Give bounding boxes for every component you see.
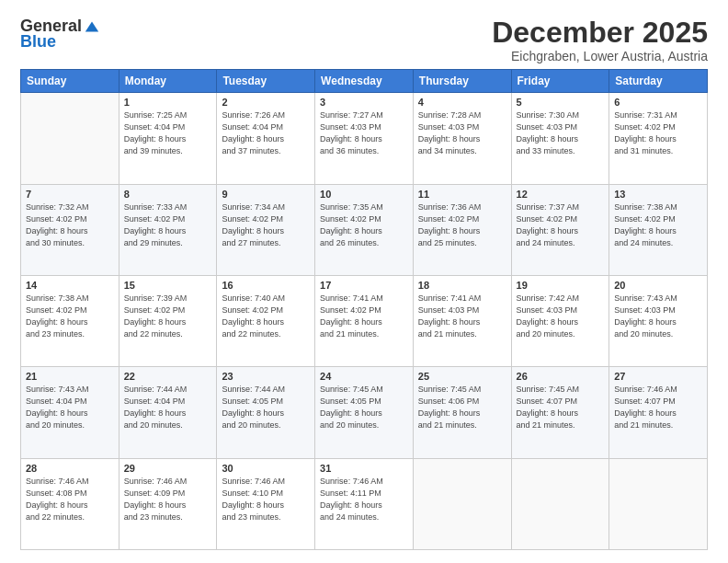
day-info: Sunrise: 7:46 AMSunset: 4:10 PMDaylight:… [222, 476, 310, 523]
day-info: Sunrise: 7:44 AMSunset: 4:05 PMDaylight:… [222, 384, 310, 431]
day-info: Sunrise: 7:41 AMSunset: 4:03 PMDaylight:… [418, 293, 506, 340]
day-number: 29 [124, 463, 212, 474]
day-number: 9 [222, 189, 310, 200]
day-info: Sunrise: 7:26 AMSunset: 4:04 PMDaylight:… [222, 109, 310, 157]
calendar-cell: 3Sunrise: 7:27 AMSunset: 4:03 PMDaylight… [315, 93, 414, 184]
day-info: Sunrise: 7:42 AMSunset: 4:03 PMDaylight:… [517, 293, 605, 340]
calendar-cell [413, 458, 511, 549]
day-info: Sunrise: 7:45 AMSunset: 4:06 PMDaylight:… [418, 384, 506, 431]
day-number: 8 [124, 189, 212, 200]
calendar: SundayMondayTuesdayWednesdayThursdayFrid… [20, 69, 708, 550]
location-title: Eichgraben, Lower Austria, Austria [492, 49, 708, 63]
day-info: Sunrise: 7:31 AMSunset: 4:02 PMDaylight:… [614, 109, 702, 157]
calendar-cell: 7Sunrise: 7:32 AMSunset: 4:02 PMDaylight… [21, 184, 119, 275]
calendar-cell: 19Sunrise: 7:42 AMSunset: 4:03 PMDayligh… [511, 275, 609, 366]
day-info: Sunrise: 7:38 AMSunset: 4:02 PMDaylight:… [614, 201, 702, 249]
calendar-cell: 11Sunrise: 7:36 AMSunset: 4:02 PMDayligh… [413, 184, 511, 275]
logo: General Blue [20, 17, 100, 52]
calendar-cell: 23Sunrise: 7:44 AMSunset: 4:05 PMDayligh… [217, 367, 315, 458]
calendar-cell: 1Sunrise: 7:25 AMSunset: 4:04 PMDaylight… [119, 93, 217, 184]
day-number: 27 [614, 371, 702, 382]
day-number: 21 [26, 371, 114, 382]
calendar-week-4: 21Sunrise: 7:43 AMSunset: 4:04 PMDayligh… [21, 367, 708, 458]
weekday-header-thursday: Thursday [413, 70, 511, 93]
day-info: Sunrise: 7:45 AMSunset: 4:05 PMDaylight:… [320, 384, 408, 431]
logo-icon [84, 18, 100, 35]
day-info: Sunrise: 7:46 AMSunset: 4:09 PMDaylight:… [124, 476, 212, 523]
day-number: 14 [26, 280, 114, 291]
calendar-cell [21, 93, 119, 184]
day-info: Sunrise: 7:34 AMSunset: 4:02 PMDaylight:… [222, 201, 310, 249]
day-info: Sunrise: 7:37 AMSunset: 4:02 PMDaylight:… [517, 201, 605, 249]
day-number: 25 [418, 371, 506, 382]
calendar-cell: 26Sunrise: 7:45 AMSunset: 4:07 PMDayligh… [511, 367, 609, 458]
month-title: December 2025 [492, 17, 708, 49]
day-number: 1 [124, 97, 212, 108]
day-info: Sunrise: 7:27 AMSunset: 4:03 PMDaylight:… [320, 109, 408, 157]
logo-blue: Blue [20, 32, 56, 52]
calendar-cell: 17Sunrise: 7:41 AMSunset: 4:02 PMDayligh… [315, 275, 414, 366]
day-number: 2 [222, 97, 310, 108]
day-number: 31 [320, 463, 408, 474]
calendar-week-2: 7Sunrise: 7:32 AMSunset: 4:02 PMDaylight… [21, 184, 708, 275]
day-info: Sunrise: 7:38 AMSunset: 4:02 PMDaylight:… [26, 293, 114, 340]
calendar-cell: 20Sunrise: 7:43 AMSunset: 4:03 PMDayligh… [609, 275, 708, 366]
calendar-cell: 27Sunrise: 7:46 AMSunset: 4:07 PMDayligh… [609, 367, 708, 458]
calendar-cell [511, 458, 609, 549]
day-info: Sunrise: 7:35 AMSunset: 4:02 PMDaylight:… [320, 201, 408, 249]
day-info: Sunrise: 7:46 AMSunset: 4:07 PMDaylight:… [614, 384, 702, 431]
calendar-cell: 30Sunrise: 7:46 AMSunset: 4:10 PMDayligh… [217, 458, 315, 549]
day-info: Sunrise: 7:46 AMSunset: 4:08 PMDaylight:… [26, 476, 114, 523]
day-info: Sunrise: 7:45 AMSunset: 4:07 PMDaylight:… [517, 384, 605, 431]
calendar-cell: 9Sunrise: 7:34 AMSunset: 4:02 PMDaylight… [217, 184, 315, 275]
day-number: 10 [320, 189, 408, 200]
calendar-cell: 28Sunrise: 7:46 AMSunset: 4:08 PMDayligh… [21, 458, 119, 549]
day-number: 20 [614, 280, 702, 291]
title-block: December 2025 Eichgraben, Lower Austria,… [492, 17, 708, 63]
calendar-cell: 24Sunrise: 7:45 AMSunset: 4:05 PMDayligh… [315, 367, 414, 458]
calendar-cell: 10Sunrise: 7:35 AMSunset: 4:02 PMDayligh… [315, 184, 414, 275]
day-info: Sunrise: 7:32 AMSunset: 4:02 PMDaylight:… [26, 201, 114, 249]
day-info: Sunrise: 7:46 AMSunset: 4:11 PMDaylight:… [320, 476, 408, 523]
calendar-cell: 8Sunrise: 7:33 AMSunset: 4:02 PMDaylight… [119, 184, 217, 275]
weekday-header-friday: Friday [511, 70, 609, 93]
day-info: Sunrise: 7:39 AMSunset: 4:02 PMDaylight:… [124, 293, 212, 340]
calendar-cell: 6Sunrise: 7:31 AMSunset: 4:02 PMDaylight… [609, 93, 708, 184]
calendar-header-row: SundayMondayTuesdayWednesdayThursdayFrid… [21, 70, 708, 93]
day-number: 7 [26, 189, 114, 200]
calendar-cell: 29Sunrise: 7:46 AMSunset: 4:09 PMDayligh… [119, 458, 217, 549]
day-info: Sunrise: 7:43 AMSunset: 4:04 PMDaylight:… [26, 384, 114, 431]
calendar-cell: 15Sunrise: 7:39 AMSunset: 4:02 PMDayligh… [119, 275, 217, 366]
day-info: Sunrise: 7:28 AMSunset: 4:03 PMDaylight:… [418, 109, 506, 157]
day-info: Sunrise: 7:41 AMSunset: 4:02 PMDaylight:… [320, 293, 408, 340]
weekday-header-monday: Monday [119, 70, 217, 93]
header: General Blue December 2025 Eichgraben, L… [20, 17, 708, 63]
day-number: 11 [418, 189, 506, 200]
weekday-header-saturday: Saturday [609, 70, 708, 93]
day-info: Sunrise: 7:36 AMSunset: 4:02 PMDaylight:… [418, 201, 506, 249]
day-number: 24 [320, 371, 408, 382]
calendar-cell: 4Sunrise: 7:28 AMSunset: 4:03 PMDaylight… [413, 93, 511, 184]
calendar-week-1: 1Sunrise: 7:25 AMSunset: 4:04 PMDaylight… [21, 93, 708, 184]
day-number: 17 [320, 280, 408, 291]
calendar-cell: 2Sunrise: 7:26 AMSunset: 4:04 PMDaylight… [217, 93, 315, 184]
calendar-week-3: 14Sunrise: 7:38 AMSunset: 4:02 PMDayligh… [21, 275, 708, 366]
calendar-cell: 5Sunrise: 7:30 AMSunset: 4:03 PMDaylight… [511, 93, 609, 184]
calendar-cell: 18Sunrise: 7:41 AMSunset: 4:03 PMDayligh… [413, 275, 511, 366]
svg-marker-0 [85, 21, 98, 31]
day-number: 15 [124, 280, 212, 291]
day-number: 3 [320, 97, 408, 108]
calendar-cell: 14Sunrise: 7:38 AMSunset: 4:02 PMDayligh… [21, 275, 119, 366]
day-number: 13 [614, 189, 702, 200]
calendar-week-5: 28Sunrise: 7:46 AMSunset: 4:08 PMDayligh… [21, 458, 708, 549]
day-info: Sunrise: 7:25 AMSunset: 4:04 PMDaylight:… [124, 109, 212, 157]
calendar-cell: 21Sunrise: 7:43 AMSunset: 4:04 PMDayligh… [21, 367, 119, 458]
calendar-cell: 16Sunrise: 7:40 AMSunset: 4:02 PMDayligh… [217, 275, 315, 366]
day-info: Sunrise: 7:33 AMSunset: 4:02 PMDaylight:… [124, 201, 212, 249]
weekday-header-sunday: Sunday [21, 70, 119, 93]
day-info: Sunrise: 7:30 AMSunset: 4:03 PMDaylight:… [517, 109, 605, 157]
calendar-cell: 22Sunrise: 7:44 AMSunset: 4:04 PMDayligh… [119, 367, 217, 458]
calendar-cell: 31Sunrise: 7:46 AMSunset: 4:11 PMDayligh… [315, 458, 414, 549]
day-info: Sunrise: 7:40 AMSunset: 4:02 PMDaylight:… [222, 293, 310, 340]
day-number: 23 [222, 371, 310, 382]
